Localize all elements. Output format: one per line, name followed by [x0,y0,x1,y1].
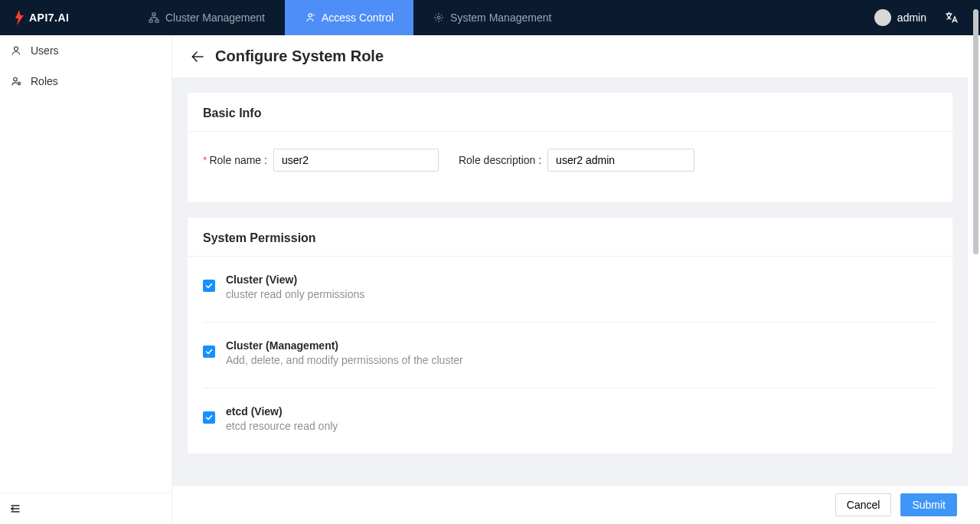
cluster-icon [149,12,159,23]
perm-item-cluster-management: Cluster (Management) Add, delete, and mo… [203,323,937,388]
checkbox-etcd-view[interactable] [203,411,215,424]
perm-item-etcd-view: etcd (View) etcd resource read only [203,388,937,454]
perm-item-cluster-view: Cluster (View) cluster read only permiss… [203,257,937,323]
nav-access-control[interactable]: Access Control [285,0,413,35]
content-scroll[interactable]: Basic Info Role name : Role description … [172,77,968,485]
role-icon [11,76,21,87]
section-title-system-permission: System Permission [188,218,952,257]
svg-text:API7.AI: API7.AI [29,11,70,24]
role-name-label: Role name : [203,154,267,166]
section-title-basic-info: Basic Info [188,93,952,132]
avatar [874,9,891,26]
collapse-sidebar-button[interactable] [0,493,172,524]
top-navbar: API7.AI Cluster Management Access Contro… [0,0,980,35]
perm-title: Cluster (Management) [226,339,463,352]
svg-point-4 [309,14,312,17]
sidebar-item-label: Users [31,44,59,57]
access-icon [305,12,315,23]
role-desc-field-group: Role description : [459,149,694,172]
user-icon [11,45,21,56]
svg-rect-1 [152,13,155,15]
svg-point-8 [18,83,21,85]
sidebar-item-label: Roles [31,75,58,87]
gear-icon [433,12,444,23]
sidebar-item-users[interactable]: Users [0,35,172,66]
checkbox-cluster-management[interactable] [203,346,215,358]
sidebar-item-roles[interactable]: Roles [0,66,172,97]
main-content: Configure System Role Basic Info Role na… [172,35,968,524]
cancel-button[interactable]: Cancel [835,493,892,516]
viewport-scrollbar[interactable] [973,9,978,254]
perm-title: etcd (View) [226,405,338,418]
perm-desc: Add, delete, and modify permissions of t… [226,354,463,366]
back-arrow-icon[interactable] [191,50,204,64]
language-switch-icon[interactable] [945,11,959,25]
svg-point-5 [437,16,440,19]
brand-logo[interactable]: API7.AI [14,10,86,25]
nav-system-management[interactable]: System Management [413,0,571,35]
username: admin [897,11,926,24]
submit-button[interactable]: Submit [900,493,957,516]
basic-info-form-row: Role name : Role description : [203,149,937,172]
system-permission-card: System Permission Cluster (View) cluster… [188,218,952,454]
page-header: Configure System Role [172,35,968,77]
svg-point-7 [14,77,18,81]
perm-title: Cluster (View) [226,273,364,286]
role-name-input[interactable] [273,149,439,172]
nav-label: Cluster Management [165,11,265,24]
role-desc-label: Role description : [459,154,541,166]
footer-actions: Cancel Submit [172,485,968,524]
basic-info-card: Basic Info Role name : Role description … [188,93,952,202]
checkbox-cluster-view[interactable] [203,280,215,292]
role-desc-input[interactable] [547,149,694,172]
svg-point-6 [15,47,18,51]
svg-rect-3 [155,20,158,22]
perm-desc: etcd resource read only [226,420,338,432]
user-menu[interactable]: admin [874,9,926,26]
nav-label: System Management [450,11,551,24]
role-name-field-group: Role name : [203,149,439,172]
sidebar: Users Roles [0,35,172,524]
nav-cluster-management[interactable]: Cluster Management [129,0,285,35]
page-title: Configure System Role [215,47,384,65]
svg-rect-2 [149,20,152,22]
nav-label: Access Control [322,11,394,24]
perm-desc: cluster read only permissions [226,288,364,300]
